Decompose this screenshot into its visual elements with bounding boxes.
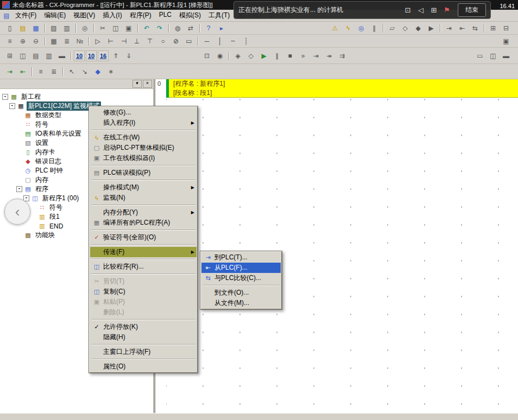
tree-expander-icon[interactable]: -: [16, 186, 22, 192]
align-list-button[interactable]: ≡: [35, 66, 47, 77]
contact-or-nc-button[interactable]: ⊤: [144, 36, 156, 47]
close-panel-button[interactable]: ×: [143, 80, 152, 88]
open-file-button[interactable]: ▤: [17, 23, 29, 34]
watch-window-button[interactable]: ▥: [43, 50, 55, 61]
menu-start-plc-pt-simulation[interactable]: ▢ 启动PLC-PT整体模拟(E): [90, 143, 197, 153]
output-window-button[interactable]: ▬: [56, 50, 68, 61]
find-button[interactable]: ◎: [79, 23, 91, 34]
transfer-to-plc-button[interactable]: ⇥: [443, 23, 455, 34]
menu-to-file[interactable]: 到文件(O)...: [201, 288, 281, 298]
menu-operating-mode[interactable]: 操作模式(M) ▶: [90, 182, 197, 193]
menu-paste[interactable]: ▣ 粘贴(P): [90, 297, 197, 307]
tree-expander-icon[interactable]: [16, 158, 22, 164]
menu-compile-all-plc-programs[interactable]: ▦ 编译所有的PLC程序(A): [90, 218, 197, 228]
cut-button[interactable]: ✂: [97, 23, 109, 34]
menu-plc[interactable]: PLC: [155, 10, 175, 21]
tree-expander-icon[interactable]: [16, 131, 22, 137]
replace-button[interactable]: ⇄: [185, 23, 197, 34]
coil-button[interactable]: ○: [157, 36, 169, 47]
close-all-button[interactable]: ▬: [500, 50, 512, 61]
tree-expander-icon[interactable]: [30, 205, 36, 211]
fullscreen-icon[interactable]: ⊡: [401, 6, 414, 14]
restore-all-button[interactable]: ◫: [487, 50, 499, 61]
redo-button[interactable]: ↷: [154, 23, 166, 34]
delete-vertical-line-button[interactable]: ┊: [240, 36, 252, 47]
menu-edit[interactable]: 编辑(E): [40, 10, 70, 21]
continuous-step-button[interactable]: ↠: [323, 50, 335, 61]
paste-button[interactable]: ▣: [123, 23, 135, 34]
section-header-row[interactable]: [段名称 : 段1]: [155, 88, 518, 98]
tree-expander-icon[interactable]: -: [2, 94, 8, 100]
monitor-mode-button[interactable]: ◆: [412, 23, 424, 34]
step-run-button[interactable]: »: [297, 50, 309, 61]
global-comment-10-button[interactable]: 10: [86, 50, 97, 61]
online-edit-button[interactable]: ⊡: [201, 50, 213, 61]
error-log-button[interactable]: ⚠: [329, 23, 341, 34]
print-preview-button[interactable]: ▥: [61, 23, 73, 34]
menu-allow-docking[interactable]: ✓ 允许停放(K): [90, 322, 197, 332]
show-rung-numbers-button[interactable]: №: [74, 36, 86, 47]
monitor-button[interactable]: ◎: [355, 23, 367, 34]
menu-insert-program[interactable]: 插入程序(I) ▶: [90, 118, 197, 128]
select-tool-button[interactable]: ▷: [92, 36, 104, 47]
menu-modify[interactable]: 修改(G)...: [90, 107, 197, 118]
cross-reference-button[interactable]: ∗: [105, 66, 117, 77]
coil-nc-button[interactable]: ⊘: [170, 36, 182, 47]
ladder-editor[interactable]: 0 [程序名 : 新程序1] [段名称 : 段1]: [155, 79, 518, 413]
menu-tools[interactable]: 工具(T): [205, 10, 233, 21]
menu-simulation[interactable]: 模拟(S): [175, 10, 205, 21]
navigate-forward-button[interactable]: ↘: [79, 66, 91, 77]
contact-nc-button[interactable]: ⊣: [118, 36, 130, 47]
menu-compare-with-plc[interactable]: ⇆ 与PLC比较(C)...: [201, 273, 281, 283]
menu-memory-allocation[interactable]: 内存分配(Y) ▶: [90, 207, 197, 218]
tree-item-project[interactable]: - ▩ 新工程: [0, 92, 153, 101]
program-header-row[interactable]: 0 [程序名 : 新程序1]: [155, 79, 518, 88]
add-window-icon[interactable]: ⊞: [427, 6, 440, 14]
send-changes-button[interactable]: ◉: [214, 50, 226, 61]
menu-file[interactable]: 文件(F): [11, 10, 40, 21]
back-overlay-button[interactable]: ‹: [4, 199, 30, 225]
copy-button[interactable]: ◫: [110, 23, 122, 34]
zoom-out-button[interactable]: ⊖: [30, 36, 42, 47]
force-on-button[interactable]: ◈: [232, 50, 244, 61]
run-mode-button[interactable]: ▶: [425, 23, 437, 34]
print-button[interactable]: ▨: [48, 23, 60, 34]
menu-cut[interactable]: ✂ 剪切(T): [90, 276, 197, 287]
tree-expander-icon[interactable]: [16, 122, 22, 128]
new-file-button[interactable]: ▯: [4, 23, 16, 34]
compare-with-plc-button[interactable]: ⇆: [469, 23, 481, 34]
next-reference-button[interactable]: ⇓: [123, 50, 135, 61]
address-reference-tool-button[interactable]: ▣: [500, 36, 512, 47]
local-symbols-button[interactable]: ▤: [30, 50, 42, 61]
navigate-back-button[interactable]: ↖: [66, 66, 78, 77]
menu-work-online-simulator[interactable]: ▣ 工作在线模拟器(I): [90, 153, 197, 163]
tree-expander-icon[interactable]: [30, 214, 36, 220]
help-button[interactable]: ?: [203, 23, 214, 34]
zoom-in-button[interactable]: ⊕: [17, 36, 29, 47]
menu-plc-error-simulation[interactable]: ▤ PLC错误模拟(P): [90, 168, 197, 178]
instruction-button[interactable]: ▭: [183, 36, 195, 47]
program-mode-button[interactable]: ▱: [386, 23, 398, 34]
menu-program[interactable]: 程序(P): [126, 10, 155, 21]
menu-verify-symbols[interactable]: ✓ 验证符号(全部)(O): [90, 232, 197, 243]
debug-mode-button[interactable]: ◇: [399, 23, 411, 34]
pause-monitor-button[interactable]: ∥: [368, 23, 380, 34]
contact-no-button[interactable]: ⊢: [105, 36, 117, 47]
show-grid-button[interactable]: ▦: [48, 36, 60, 47]
menu-work-online[interactable]: ϟ 在线工作(W): [90, 132, 197, 143]
tile-windows-button[interactable]: ⊟: [500, 23, 512, 34]
tree-expander-icon[interactable]: [16, 177, 22, 183]
force-off-button[interactable]: ◇: [245, 50, 257, 61]
work-online-button[interactable]: ϟ: [342, 23, 354, 34]
find-next-button[interactable]: ◍: [172, 23, 184, 34]
tree-expander-icon[interactable]: [16, 232, 22, 238]
menu-compare-program[interactable]: ◫ 比较程序(R)...: [90, 262, 197, 272]
run-button[interactable]: ▶: [258, 50, 270, 61]
menu-from-plc[interactable]: ⇤ 从PLC(F)...: [201, 263, 281, 273]
contact-or-no-button[interactable]: ⊥: [131, 36, 143, 47]
comment-16-button[interactable]: 16: [98, 50, 109, 61]
transfer-from-plc-button[interactable]: ⇤: [456, 23, 468, 34]
menu-view[interactable]: 视图(V): [70, 10, 99, 21]
context-help-button[interactable]: ▸: [216, 23, 228, 34]
speaker-icon[interactable]: ◁: [414, 6, 427, 14]
